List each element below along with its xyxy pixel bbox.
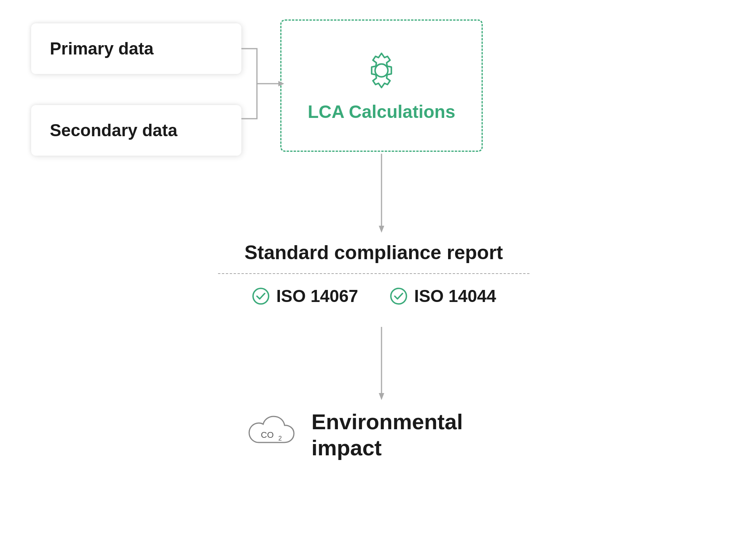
svg-text:CO: CO xyxy=(261,430,274,440)
svg-marker-7 xyxy=(379,226,384,233)
badge-iso14044: ISO 14044 xyxy=(389,286,496,306)
gear-icon xyxy=(360,49,403,92)
compliance-divider xyxy=(218,273,529,274)
svg-point-1 xyxy=(391,288,406,304)
compliance-section: Standard compliance report ISO 14067 ISO… xyxy=(218,241,529,306)
primary-data-box: Primary data xyxy=(31,23,241,74)
iso-14044-label: ISO 14044 xyxy=(414,286,496,306)
badge-iso14067: ISO 14067 xyxy=(251,286,358,306)
data-inputs: Primary data Secondary data xyxy=(31,23,241,156)
compliance-title: Standard compliance report xyxy=(244,241,503,264)
svg-point-0 xyxy=(253,288,269,304)
secondary-data-box: Secondary data xyxy=(31,105,241,156)
secondary-data-label: Secondary data xyxy=(50,121,178,140)
svg-text:2: 2 xyxy=(278,435,282,442)
lca-label: LCA Calculations xyxy=(308,101,455,122)
primary-data-label: Primary data xyxy=(50,39,154,58)
environmental-label: Environmental impact xyxy=(311,409,463,461)
check-circle-icon-1 xyxy=(251,287,270,305)
compliance-badges: ISO 14067 ISO 14044 xyxy=(251,286,496,306)
iso-14067-label: ISO 14067 xyxy=(276,286,358,306)
check-circle-icon-2 xyxy=(389,287,408,305)
co2-cloud-icon: CO 2 xyxy=(241,413,296,456)
environmental-section: CO 2 Environmental impact xyxy=(241,409,463,461)
diagram-container: Primary data Secondary data LCA Calculat… xyxy=(0,0,756,553)
svg-marker-9 xyxy=(379,393,384,400)
lca-box: LCA Calculations xyxy=(280,19,483,152)
